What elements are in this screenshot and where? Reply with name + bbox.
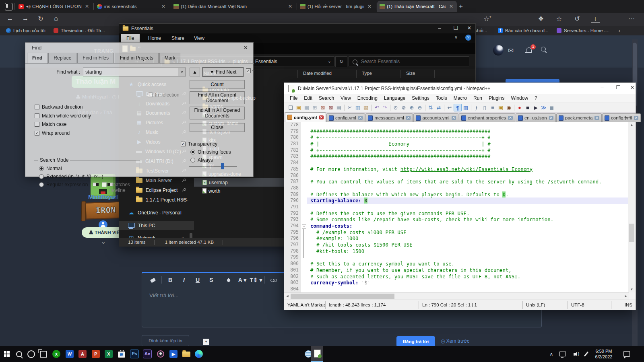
- tab-close-icon[interactable]: ✕: [452, 116, 456, 120]
- backward-checkbox[interactable]: [35, 105, 39, 109]
- play-macro-icon[interactable]: ▶: [532, 104, 540, 111]
- font-size-button[interactable]: T⇕ ▾: [249, 277, 263, 283]
- tab-close-icon[interactable]: ✕: [319, 115, 324, 119]
- maximize-button[interactable]: ☐: [612, 84, 624, 90]
- color-icon[interactable]: [222, 277, 235, 283]
- menu-language[interactable]: Language: [381, 95, 409, 101]
- browser-tab[interactable]: ◄))CHẠNH LÒNG THƯƠNG CÔ✕: [16, 1, 93, 12]
- tab-close-icon[interactable]: ✕: [358, 116, 363, 120]
- menu-file[interactable]: File: [287, 95, 301, 101]
- menu-share[interactable]: Share: [166, 34, 190, 43]
- attach-files-button[interactable]: Đính kèm tệp tin: [142, 335, 189, 347]
- downloads-icon[interactable]: ↓: [591, 15, 600, 23]
- taskbar-after-effects-icon[interactable]: Ae: [141, 346, 153, 362]
- zoom-out-icon[interactable]: ⊖: [416, 104, 424, 111]
- taskbar-edge-icon[interactable]: [193, 346, 205, 362]
- add-favorite-icon[interactable]: ☆+: [483, 15, 492, 23]
- document-tab[interactable]: config.yml✕: [285, 112, 326, 122]
- crumb-essentials[interactable]: Essentials: [255, 59, 277, 64]
- document-tab[interactable]: enchant.properties✕: [459, 113, 515, 122]
- browser-menu-icon[interactable]: ⋯: [627, 15, 636, 23]
- refresh-icon[interactable]: ↻: [36, 15, 45, 23]
- open-icon[interactable]: ▣: [295, 104, 303, 111]
- monitoring-icon[interactable]: ◉: [505, 104, 513, 111]
- find-tab-replace[interactable]: Replace: [48, 53, 76, 63]
- bookmark-item[interactable]: Thesieutoc - Đổi Th...: [54, 27, 105, 34]
- scroll-up-icon[interactable]: ▲: [628, 122, 635, 128]
- indent-guide-icon[interactable]: ▥: [462, 104, 470, 111]
- action-center-icon[interactable]: [620, 346, 634, 362]
- find-next-button[interactable]: ▼ Find Next: [202, 67, 244, 77]
- editor-hscrollbar[interactable]: ◄ ►: [284, 292, 629, 300]
- find-tab-find-in-projects[interactable]: Find in Projects: [115, 53, 159, 63]
- reply-placeholder[interactable]: Viết trả lời...: [149, 292, 178, 298]
- minimize-button[interactable]: –: [433, 24, 446, 33]
- show-all-chars-icon[interactable]: ¶: [454, 104, 462, 111]
- taskbar-word-icon[interactable]: W: [64, 346, 76, 362]
- close-icon[interactable]: ⊠: [319, 104, 327, 111]
- menu-edit[interactable]: Edit: [301, 95, 316, 101]
- find-all-opened-button[interactable]: Find All in All Opened Documents: [190, 107, 245, 119]
- notepadpp-titlebar[interactable]: D:\Main Server\Survival\1.17.1 Project R…: [284, 83, 636, 94]
- sidebar-item-1-17-1-project-rss-[interactable]: 1.17.1 Project RSS-: [119, 195, 194, 204]
- find-prev-button[interactable]: ▲: [190, 68, 200, 76]
- maximize-button[interactable]: ☐: [449, 24, 462, 33]
- record-macro-icon[interactable]: ●: [516, 104, 524, 111]
- browser-tab[interactable]: (1) Diễn đàn Minecraft Việt Nam✕: [171, 1, 296, 12]
- save-macro-icon[interactable]: ◼: [548, 104, 556, 111]
- menu-search[interactable]: Search: [316, 95, 337, 101]
- taskbar-powerpoint-icon[interactable]: P: [90, 346, 102, 362]
- paste-icon[interactable]: ▧: [362, 104, 370, 111]
- close-all-icon[interactable]: ⊠: [327, 104, 335, 111]
- taskbar-search-icon[interactable]: [13, 346, 25, 362]
- sidebar-item-onedrive-personal[interactable]: ☁OneDrive - Personal: [119, 208, 194, 217]
- scroll-down-icon[interactable]: ▼: [628, 286, 635, 292]
- menu-view[interactable]: View: [337, 95, 354, 101]
- font-button[interactable]: A ▾: [235, 277, 249, 283]
- back-icon[interactable]: ←: [6, 15, 14, 22]
- dot-newline-checkbox[interactable]: [102, 182, 107, 187]
- forum-avatar[interactable]: [493, 45, 504, 56]
- scroll-right-icon[interactable]: ►: [623, 293, 629, 300]
- browser-tab[interactable]: (1) Hỏi về server - tìm plugin :D✕: [298, 1, 375, 12]
- tab-close-icon[interactable]: ✕: [406, 116, 411, 120]
- preview-link[interactable]: ◎ Xem trước: [441, 338, 469, 344]
- chevron-down-icon[interactable]: ⌄: [101, 238, 106, 245]
- hscroll-thumb[interactable]: [291, 294, 394, 299]
- breadcrumb-dropdown-icon[interactable]: ∨: [328, 57, 331, 66]
- expand-checkbox[interactable]: ✓: [246, 68, 251, 73]
- function-list-icon[interactable]: ƒ: [473, 104, 481, 111]
- copy-icon[interactable]: ▥: [354, 104, 362, 111]
- save-icon[interactable]: ▦: [303, 104, 311, 111]
- undo-icon[interactable]: ↶: [373, 104, 381, 111]
- vscroll-thumb[interactable]: [629, 224, 634, 242]
- search-icon[interactable]: [541, 47, 546, 51]
- bookmark-item[interactable]: fBáo cáo trẻ chưa đ...: [498, 27, 548, 34]
- tab-close-icon[interactable]: ✕: [448, 4, 454, 9]
- in-selection-checkbox[interactable]: [148, 93, 153, 97]
- history-icon[interactable]: ↺: [573, 15, 582, 23]
- count-button[interactable]: Count: [190, 80, 245, 89]
- sidebar-item-network[interactable]: ◫Network∨: [119, 234, 194, 238]
- favorites-bar-icon[interactable]: ☆: [555, 15, 564, 23]
- taskbar-file-explorer-icon[interactable]: [180, 346, 192, 362]
- tab-audio-icon[interactable]: ◄)): [25, 4, 30, 8]
- menu-settings[interactable]: Settings: [409, 95, 432, 101]
- mode-regex-radio[interactable]: [39, 182, 44, 187]
- mode-extended-radio[interactable]: [39, 174, 44, 179]
- sidebar-item-this-pc[interactable]: This PC: [119, 221, 194, 230]
- sync-h-icon[interactable]: ⇄: [435, 104, 443, 111]
- find-icon[interactable]: ⊙: [392, 104, 400, 111]
- on-losing-focus-radio[interactable]: [190, 150, 195, 154]
- eraser-icon[interactable]: [146, 277, 160, 283]
- browser-tab[interactable]: iris-screenshots✕: [95, 1, 169, 12]
- taskbar-movies-tv-icon[interactable]: ▶: [167, 346, 180, 362]
- document-tab[interactable]: accounts.yml✕: [413, 113, 458, 122]
- taskbar-notepad-plus-plus-icon[interactable]: [311, 346, 323, 362]
- taskbar-task-view-icon[interactable]: [37, 346, 49, 362]
- mail-icon[interactable]: ✉: [508, 47, 514, 55]
- document-tab[interactable]: pack.mcmeta✕: [556, 113, 602, 122]
- bookmark-item[interactable]: Lịch học của tôi: [6, 27, 45, 34]
- find-what-input[interactable]: starting∨: [83, 68, 186, 76]
- column-size[interactable]: Size: [406, 71, 415, 76]
